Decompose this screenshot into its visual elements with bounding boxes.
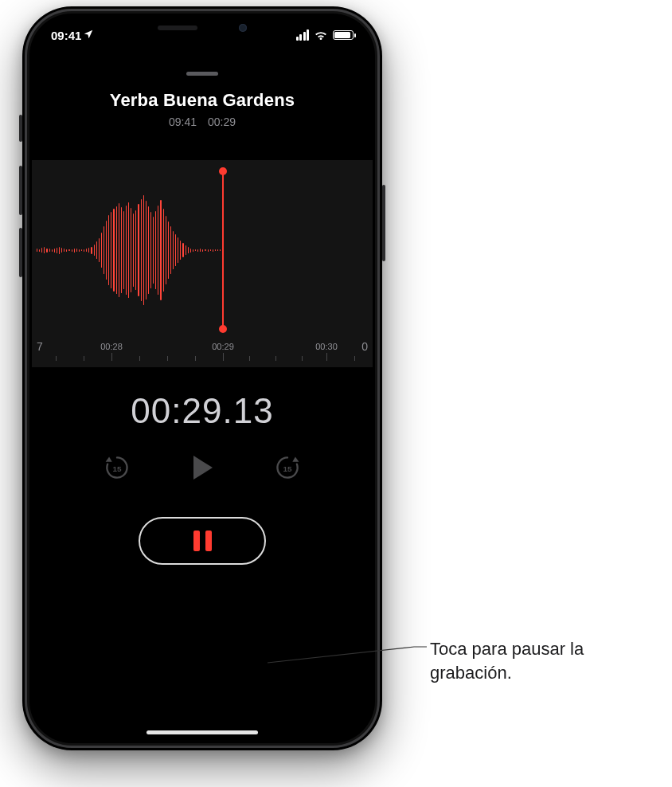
play-button[interactable] — [186, 452, 218, 484]
playhead-handle-bottom[interactable] — [219, 325, 227, 333]
playhead-handle-top[interactable] — [219, 167, 227, 175]
speaker-grille — [158, 25, 197, 30]
voice-memos-recording-view: Yerba Buena Gardens 09:41 00:29 7 00:28 — [32, 16, 373, 741]
elapsed-timer: 00:29.13 — [32, 391, 373, 431]
transport-controls: 15 15 — [32, 452, 373, 484]
recording-start-time: 09:41 — [169, 116, 197, 128]
cellular-icon — [296, 29, 310, 41]
status-time: 09:41 — [51, 29, 81, 42]
power-button — [382, 185, 385, 261]
skip-forward-15-button[interactable]: 15 — [272, 452, 303, 483]
sheet-grabber[interactable] — [186, 72, 218, 76]
ruler-label: 00:30 — [315, 342, 338, 351]
wifi-icon — [314, 29, 328, 41]
volume-up-button — [19, 166, 22, 215]
pause-icon — [193, 531, 212, 551]
location-icon — [83, 29, 94, 42]
volume-down-button — [19, 228, 22, 277]
ruler-label: 00:28 — [100, 342, 123, 351]
front-camera — [239, 24, 247, 32]
playhead[interactable] — [222, 171, 224, 329]
waveform-area[interactable]: 7 00:28 00:29 00:30 0 — [32, 160, 373, 367]
svg-text:15: 15 — [113, 464, 122, 473]
phone-frame: 09:41 Yerba Buena Garden — [22, 6, 382, 750]
home-indicator[interactable] — [147, 730, 258, 734]
callout-text: Toca para pausar la grabación. — [430, 637, 653, 684]
ruler-left-edge: 7 — [37, 340, 43, 353]
ruler-right-edge: 0 — [361, 340, 368, 353]
silence-switch — [19, 115, 22, 142]
svg-text:15: 15 — [283, 464, 292, 473]
recording-duration: 00:29 — [208, 116, 236, 128]
time-ruler: 7 00:28 00:29 00:30 0 — [32, 340, 373, 361]
waveform — [32, 160, 223, 340]
battery-icon — [333, 30, 354, 40]
skip-back-15-button[interactable]: 15 — [102, 452, 132, 483]
recording-meta: 09:41 00:29 — [32, 116, 373, 128]
screen: 09:41 Yerba Buena Garden — [32, 16, 373, 741]
ruler-label: 00:29 — [212, 342, 234, 351]
recording-title: Yerba Buena Gardens — [32, 90, 373, 111]
notch — [123, 16, 282, 40]
pause-recording-button[interactable] — [139, 517, 266, 565]
